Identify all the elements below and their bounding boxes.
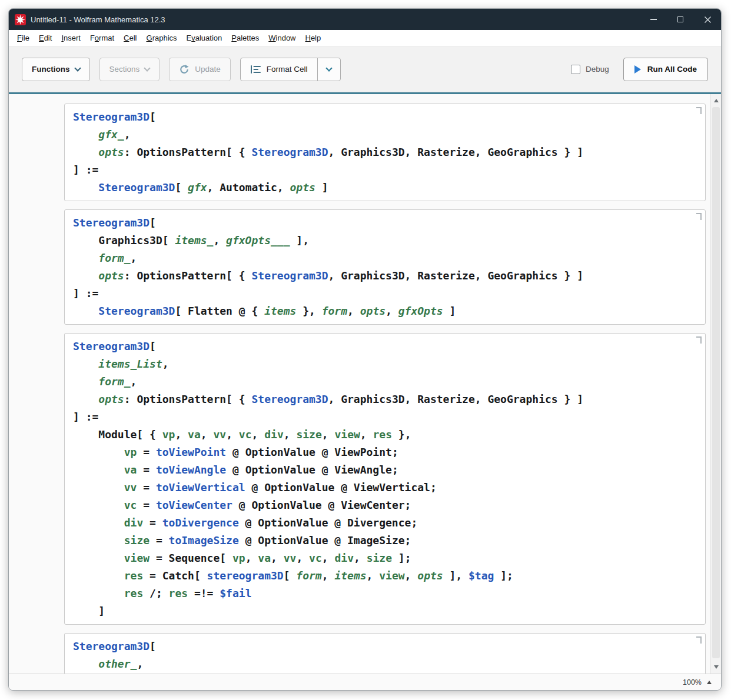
code-token: opts bbox=[417, 569, 443, 582]
sections-button[interactable]: Sections bbox=[99, 58, 160, 81]
mathematica-spikey-icon bbox=[15, 14, 26, 25]
zoom-menu-icon bbox=[707, 681, 712, 684]
code-token bbox=[73, 446, 124, 458]
code-token: , bbox=[347, 305, 360, 317]
code-line: vv = toViewVertical @ OptionValue @ View… bbox=[73, 479, 697, 496]
code-cell[interactable]: Stereogram3D[ gfx_, opts: OptionsPattern… bbox=[64, 104, 706, 201]
code-token: , bbox=[175, 428, 188, 441]
code-cell[interactable]: Stereogram3D[ other_, bbox=[64, 633, 706, 674]
code-token: size bbox=[124, 534, 149, 546]
code-token: : OptionsPattern[ { bbox=[124, 146, 252, 158]
chevron-down-icon bbox=[325, 65, 332, 71]
code-token: = bbox=[137, 499, 156, 511]
update-button[interactable]: Update bbox=[169, 58, 231, 81]
zoom-control[interactable]: 100% bbox=[683, 678, 712, 686]
code-line: ] := bbox=[73, 161, 697, 179]
menu-item-file[interactable]: File bbox=[12, 34, 34, 42]
format-cell-split-button: Format Cell bbox=[240, 58, 341, 81]
code-token: opts bbox=[360, 305, 386, 317]
code-token: = bbox=[137, 464, 156, 476]
code-token bbox=[73, 481, 124, 494]
code-line: va = toViewAngle @ OptionValue @ ViewAng… bbox=[73, 461, 697, 479]
format-cell-label: Format Cell bbox=[267, 65, 308, 74]
functions-button[interactable]: Functions bbox=[22, 58, 90, 81]
code-token: gfxOpts bbox=[398, 305, 443, 317]
code-token: , bbox=[296, 552, 309, 564]
title-bar[interactable]: Untitled-11 - Wolfram Mathematica 12.3 bbox=[9, 9, 721, 30]
code-token bbox=[73, 305, 98, 317]
menu-item-cell[interactable]: Cell bbox=[119, 34, 141, 42]
code-token: gfxOpts___ bbox=[226, 234, 290, 246]
cell-stack: Stereogram3D[ gfx_, opts: OptionsPattern… bbox=[9, 94, 721, 674]
format-cell-button[interactable]: Format Cell bbox=[240, 58, 318, 81]
menu-item-graphics[interactable]: Graphics bbox=[142, 34, 182, 42]
menu-bar: FileEditInsertFormatCellGraphicsEvaluati… bbox=[9, 30, 721, 46]
code-token: ]; bbox=[392, 552, 411, 564]
code-token: ] := bbox=[73, 411, 98, 423]
debug-toggle[interactable]: Debug bbox=[571, 65, 609, 74]
code-token: [ bbox=[149, 340, 156, 352]
code-token: , bbox=[245, 552, 258, 564]
debug-checkbox[interactable] bbox=[571, 65, 580, 74]
code-token: @ OptionValue @ ImageSize; bbox=[239, 534, 411, 546]
code-token: @ OptionValue @ ViewAngle; bbox=[226, 464, 398, 476]
vertical-scrollbar[interactable] bbox=[710, 94, 721, 674]
code-token: Stereogram3D bbox=[73, 111, 149, 123]
code-line: ] := bbox=[73, 408, 697, 426]
code-token: , bbox=[360, 428, 373, 441]
menu-item-help[interactable]: Help bbox=[301, 34, 326, 42]
code-token: @ OptionValue @ ViewVertical; bbox=[245, 481, 437, 494]
menu-item-format[interactable]: Format bbox=[85, 34, 119, 42]
close-icon bbox=[705, 16, 711, 23]
code-token: ] := bbox=[73, 164, 98, 176]
code-token: res bbox=[373, 428, 393, 441]
code-line: Stereogram3D[ Flatten @ { items }, form,… bbox=[73, 302, 697, 320]
code-token: , bbox=[284, 428, 297, 441]
maximize-button[interactable] bbox=[667, 9, 694, 30]
update-label: Update bbox=[195, 65, 221, 74]
cell-bracket-icon[interactable] bbox=[696, 636, 702, 644]
menu-item-window[interactable]: Window bbox=[264, 34, 300, 42]
menu-item-evaluation[interactable]: Evaluation bbox=[182, 34, 227, 42]
run-all-code-button[interactable]: Run All Code bbox=[623, 58, 708, 81]
code-token: opts bbox=[98, 146, 124, 158]
cell-bracket-icon[interactable] bbox=[696, 336, 702, 344]
notebook-area[interactable]: Stereogram3D[ gfx_, opts: OptionsPattern… bbox=[9, 94, 721, 674]
scroll-up-button[interactable] bbox=[711, 95, 721, 106]
refresh-icon bbox=[179, 64, 190, 75]
menu-item-edit[interactable]: Edit bbox=[34, 34, 57, 42]
code-token: vp bbox=[232, 552, 245, 564]
scrollbar-thumb[interactable] bbox=[712, 107, 720, 658]
menu-item-insert[interactable]: Insert bbox=[57, 34, 85, 42]
code-cell[interactable]: Stereogram3D[ Graphics3D[ items_, gfxOpt… bbox=[64, 209, 706, 325]
cell-bracket-icon[interactable] bbox=[696, 213, 702, 220]
code-token: [ bbox=[284, 569, 297, 582]
code-token: items_List bbox=[98, 358, 162, 370]
cell-bracket-icon[interactable] bbox=[696, 107, 702, 114]
code-token: gfx_ bbox=[98, 128, 124, 141]
code-token: [ Flatten @ { bbox=[175, 305, 264, 317]
maximize-icon bbox=[677, 16, 683, 22]
code-token: = Sequence[ bbox=[149, 552, 232, 564]
code-token: [ bbox=[149, 640, 156, 652]
format-cell-dropdown-button[interactable] bbox=[317, 58, 341, 81]
code-token bbox=[73, 499, 124, 511]
code-line: gfx_, bbox=[73, 126, 697, 144]
code-token: , bbox=[131, 252, 137, 264]
code-token: Stereogram3D bbox=[251, 393, 328, 405]
menu-item-palettes[interactable]: Palettes bbox=[227, 34, 264, 42]
code-token: , bbox=[271, 552, 284, 564]
close-button[interactable] bbox=[694, 9, 721, 30]
triangle-down-icon bbox=[714, 665, 719, 669]
code-token: ], bbox=[290, 234, 309, 246]
minimize-button[interactable] bbox=[640, 9, 667, 30]
code-token: form_ bbox=[98, 252, 130, 264]
code-token bbox=[73, 552, 124, 564]
code-token: = bbox=[143, 516, 162, 529]
code-cell[interactable]: Stereogram3D[ items_List, form_, opts: O… bbox=[64, 333, 706, 625]
code-token: $fail bbox=[220, 587, 251, 599]
mathematica-window: Untitled-11 - Wolfram Mathematica 12.3 F… bbox=[8, 8, 722, 691]
run-all-code-label: Run All Code bbox=[647, 65, 697, 74]
scroll-down-button[interactable] bbox=[711, 662, 721, 672]
code-token: : OptionsPattern[ { bbox=[124, 393, 252, 405]
